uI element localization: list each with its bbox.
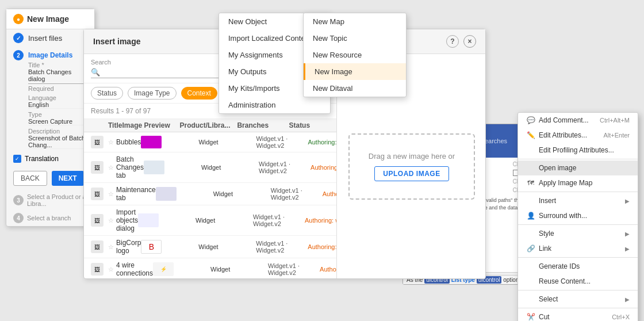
- language-value: English: [28, 101, 87, 109]
- ctx-open-image[interactable]: Open image: [518, 160, 638, 175]
- row-status: Authoring: work: [320, 266, 336, 273]
- row-product: Widget: [198, 139, 256, 146]
- drop-zone-text: Drag a new image here or: [369, 152, 455, 160]
- step-1-num: ✓: [13, 33, 24, 43]
- row-icon: 🖼: [91, 240, 103, 253]
- row-title: 4 wire connections: [116, 261, 153, 277]
- ctx-edit-attributes[interactable]: ✏️ Edit Attributes... Alt+Enter: [518, 128, 638, 143]
- col-title: Title: [108, 121, 122, 129]
- filter-image-type[interactable]: Image Type: [128, 87, 176, 100]
- ctx-divider-4: [518, 257, 638, 258]
- context-menu: 💬 Add Comment... Ctrl+Alt+M ✏️ Edit Attr…: [518, 112, 638, 321]
- table-row[interactable]: 🖼 ☆ Import objects dialog Widget Widget.…: [84, 205, 336, 236]
- ctx-cut[interactable]: ✂️ Cut Ctrl+X: [518, 309, 638, 321]
- menu-item-new-topic[interactable]: New Topic: [304, 30, 406, 47]
- table-row[interactable]: 🖼 ☆ Bubbles Widget Widget.v1 · Widget.v2…: [84, 132, 336, 152]
- next-button[interactable]: NEXT: [52, 171, 84, 186]
- menu-item-new-resource[interactable]: New Resource: [304, 47, 406, 63]
- ctx-reuse-content[interactable]: Reuse Content...: [518, 274, 638, 289]
- ctx-select[interactable]: Select ▶: [518, 292, 638, 307]
- ctx-edit-profiling[interactable]: Edit Profiling Attributes...: [518, 143, 638, 158]
- row-product: Widget: [210, 266, 268, 273]
- title-cell: ☆ 4 wire connections: [108, 261, 153, 277]
- row-title: Maintenance tab: [116, 186, 156, 202]
- ctx-insert[interactable]: Insert ▶: [518, 193, 638, 208]
- filter-status[interactable]: Status: [91, 87, 123, 100]
- menu-item-administration[interactable]: Administration: [219, 97, 330, 113]
- translation-row[interactable]: Translation: [6, 151, 94, 166]
- ctx-shortcut: Ctrl+Alt+M: [600, 117, 630, 124]
- sidebar-step-3[interactable]: 3 Select a Product or a Libra...: [6, 190, 94, 210]
- ctx-link[interactable]: 🔗 Link ▶: [518, 241, 638, 256]
- filter-context[interactable]: Context: [181, 87, 217, 100]
- ctx-generate-ids[interactable]: Generate IDs: [518, 259, 638, 274]
- back-button[interactable]: BACK: [13, 171, 47, 186]
- col-product: Product/Libra...: [179, 121, 237, 129]
- ctx-add-comment[interactable]: 💬 Add Comment... Ctrl+Alt+M: [518, 113, 638, 128]
- translation-checkbox[interactable]: [13, 155, 21, 163]
- row-title: Import objects dialog: [116, 208, 138, 232]
- table-row[interactable]: 🖼 ☆ Batch Changes tab Widget Widget.v1 ·…: [84, 152, 336, 183]
- upload-image-button[interactable]: UPLOAD IMAGE: [374, 166, 448, 181]
- menu-item-new-map[interactable]: New Map: [304, 13, 406, 30]
- col-branches: Branches: [237, 121, 289, 129]
- row-branch: Widget.v1 · Widget.v2: [271, 187, 323, 201]
- row-title: BigCorp logo: [116, 239, 141, 255]
- title-value: Batch Changes dialog: [28, 68, 71, 82]
- sidebar-step-4[interactable]: 4 Select a branch: [6, 210, 94, 226]
- table-body: 🖼 ☆ Bubbles Widget Widget.v1 · Widget.v2…: [84, 132, 336, 278]
- row-branch: Widget.v1 · Widget.v2: [256, 240, 308, 254]
- sidebar-step-1[interactable]: ✓ Insert files: [6, 29, 94, 47]
- step-2-num: 2: [13, 50, 24, 60]
- row-icon: 🖼: [91, 136, 103, 148]
- row-icon: 🖼: [91, 214, 103, 227]
- image-thumb: [156, 187, 177, 201]
- drop-zone[interactable]: Drag a new image here or UPLOAD IMAGE: [348, 133, 475, 200]
- sidebar-step-2[interactable]: 2 Image Details: [13, 50, 87, 60]
- ctx-surround-with[interactable]: 👤 Surround with...: [518, 208, 638, 223]
- step-2-label: Image Details: [28, 51, 72, 59]
- ctx-style[interactable]: Style ▶: [518, 226, 638, 241]
- image-thumb: [138, 213, 159, 227]
- image-thumb: [144, 160, 164, 174]
- language-label: Language: [28, 94, 87, 101]
- row-icon: 🖼: [91, 263, 103, 276]
- row-status: Authoring: done: [308, 139, 336, 146]
- ctx-divider-1: [518, 159, 638, 159]
- table-row[interactable]: 🖼 ☆ 4 wire connections ⚡ Widget Widget.v…: [84, 258, 336, 278]
- desc-label: Description: [28, 128, 87, 135]
- row-product: Widget: [198, 243, 256, 250]
- menu-item-new-image[interactable]: New Image: [304, 63, 406, 80]
- table-row[interactable]: 🖼 ☆ BigCorp logo B Widget Widget.v1 · Wi…: [84, 236, 336, 258]
- table-row[interactable]: 🖼 ☆ Maintenance tab Widget Widget.v1 · W…: [84, 183, 336, 205]
- row-product: Widget: [195, 217, 253, 224]
- title-icon: ●: [13, 14, 24, 24]
- desc-value: Screenshot of Batch Chang...: [28, 135, 87, 149]
- search-icon: 🔍: [91, 68, 100, 77]
- ctx-cut-shortcut: Ctrl+X: [612, 314, 630, 320]
- row-branch: Widget.v1 · Widget.v2: [268, 262, 320, 276]
- main-window: ● New Image ✓ Insert files 2 Image Detai…: [6, 9, 95, 227]
- panel-header-icons: ? ×: [446, 35, 476, 48]
- col-image-preview: Image Preview: [122, 121, 179, 129]
- type-value: Screen Capture: [28, 118, 87, 125]
- title-cell: ☆ Maintenance tab: [108, 186, 156, 202]
- image-thumb: ⚡: [153, 262, 174, 276]
- panel-help-button[interactable]: ?: [446, 35, 459, 48]
- ctx-arrow: ▶: [625, 246, 630, 252]
- menu-item-new-ditaval[interactable]: New Ditaval: [304, 80, 406, 97]
- title-cell: ☆ BigCorp logo: [108, 239, 141, 255]
- type-label: Type: [28, 111, 87, 118]
- panel-close-button[interactable]: ×: [463, 35, 476, 48]
- row-branch: Widget.v1 · Widget.v2: [256, 135, 308, 149]
- btn-row: BACK NEXT: [6, 166, 94, 190]
- main-window-title-text: New Image: [27, 14, 69, 24]
- row-title: Bubbles: [116, 138, 141, 146]
- surround-with-icon: 👤: [526, 212, 535, 220]
- panel-title: Insert image: [93, 37, 140, 46]
- star-icon: ☆: [108, 164, 114, 171]
- row-branch: Widget.v1 · Widget.v2: [259, 160, 310, 174]
- star-icon: ☆: [108, 243, 114, 251]
- ctx-apply-image-map[interactable]: 🗺 Apply Image Map: [518, 175, 638, 190]
- ctx-shortcut: Alt+Enter: [603, 132, 630, 139]
